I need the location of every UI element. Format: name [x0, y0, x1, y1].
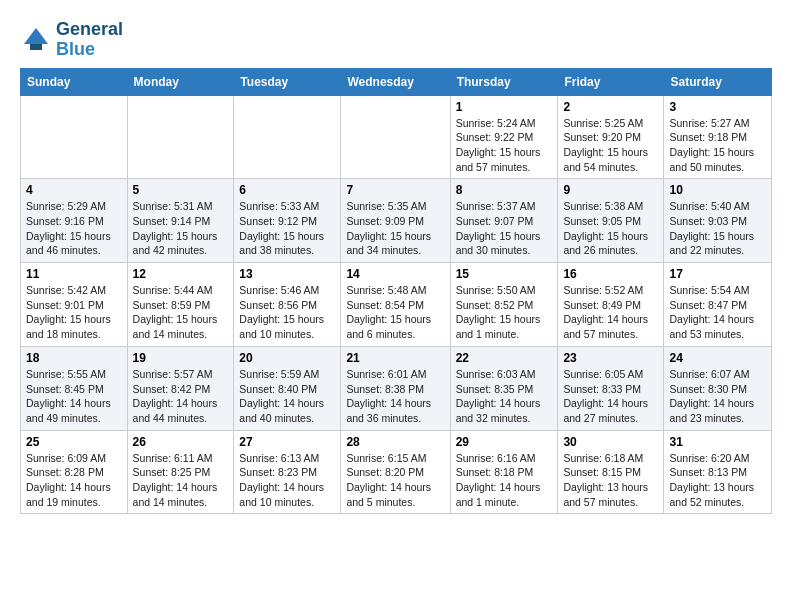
day-info: Sunrise: 6:07 AM Sunset: 8:30 PM Dayligh… — [669, 367, 766, 426]
logo-text: General Blue — [56, 20, 123, 60]
calendar-week-row: 18Sunrise: 5:55 AM Sunset: 8:45 PM Dayli… — [21, 346, 772, 430]
calendar-cell: 10Sunrise: 5:40 AM Sunset: 9:03 PM Dayli… — [664, 179, 772, 263]
day-number: 17 — [669, 267, 766, 281]
calendar-cell: 5Sunrise: 5:31 AM Sunset: 9:14 PM Daylig… — [127, 179, 234, 263]
calendar-cell: 2Sunrise: 5:25 AM Sunset: 9:20 PM Daylig… — [558, 95, 664, 179]
calendar-cell: 6Sunrise: 5:33 AM Sunset: 9:12 PM Daylig… — [234, 179, 341, 263]
day-number: 2 — [563, 100, 658, 114]
logo: General Blue — [20, 20, 123, 60]
calendar-cell: 14Sunrise: 5:48 AM Sunset: 8:54 PM Dayli… — [341, 263, 450, 347]
calendar-cell: 11Sunrise: 5:42 AM Sunset: 9:01 PM Dayli… — [21, 263, 128, 347]
day-number: 8 — [456, 183, 553, 197]
day-info: Sunrise: 5:25 AM Sunset: 9:20 PM Dayligh… — [563, 116, 658, 175]
weekday-header: Thursday — [450, 68, 558, 95]
calendar-cell: 8Sunrise: 5:37 AM Sunset: 9:07 PM Daylig… — [450, 179, 558, 263]
calendar-cell: 28Sunrise: 6:15 AM Sunset: 8:20 PM Dayli… — [341, 430, 450, 514]
day-number: 13 — [239, 267, 335, 281]
day-number: 11 — [26, 267, 122, 281]
calendar-table: SundayMondayTuesdayWednesdayThursdayFrid… — [20, 68, 772, 515]
day-info: Sunrise: 6:16 AM Sunset: 8:18 PM Dayligh… — [456, 451, 553, 510]
calendar-week-row: 4Sunrise: 5:29 AM Sunset: 9:16 PM Daylig… — [21, 179, 772, 263]
day-info: Sunrise: 6:09 AM Sunset: 8:28 PM Dayligh… — [26, 451, 122, 510]
day-info: Sunrise: 5:50 AM Sunset: 8:52 PM Dayligh… — [456, 283, 553, 342]
calendar-week-row: 11Sunrise: 5:42 AM Sunset: 9:01 PM Dayli… — [21, 263, 772, 347]
day-info: Sunrise: 6:20 AM Sunset: 8:13 PM Dayligh… — [669, 451, 766, 510]
day-number: 15 — [456, 267, 553, 281]
calendar-cell — [341, 95, 450, 179]
day-info: Sunrise: 5:42 AM Sunset: 9:01 PM Dayligh… — [26, 283, 122, 342]
day-info: Sunrise: 5:54 AM Sunset: 8:47 PM Dayligh… — [669, 283, 766, 342]
svg-marker-1 — [24, 28, 48, 44]
calendar-cell: 23Sunrise: 6:05 AM Sunset: 8:33 PM Dayli… — [558, 346, 664, 430]
calendar-cell: 9Sunrise: 5:38 AM Sunset: 9:05 PM Daylig… — [558, 179, 664, 263]
calendar-cell — [234, 95, 341, 179]
day-number: 19 — [133, 351, 229, 365]
calendar-cell: 17Sunrise: 5:54 AM Sunset: 8:47 PM Dayli… — [664, 263, 772, 347]
calendar-cell: 22Sunrise: 6:03 AM Sunset: 8:35 PM Dayli… — [450, 346, 558, 430]
calendar-cell: 15Sunrise: 5:50 AM Sunset: 8:52 PM Dayli… — [450, 263, 558, 347]
calendar-cell: 31Sunrise: 6:20 AM Sunset: 8:13 PM Dayli… — [664, 430, 772, 514]
day-info: Sunrise: 5:35 AM Sunset: 9:09 PM Dayligh… — [346, 199, 444, 258]
weekday-header: Sunday — [21, 68, 128, 95]
day-info: Sunrise: 6:13 AM Sunset: 8:23 PM Dayligh… — [239, 451, 335, 510]
svg-rect-2 — [30, 44, 42, 50]
day-info: Sunrise: 5:55 AM Sunset: 8:45 PM Dayligh… — [26, 367, 122, 426]
day-number: 29 — [456, 435, 553, 449]
weekday-header: Wednesday — [341, 68, 450, 95]
calendar-header-row: SundayMondayTuesdayWednesdayThursdayFrid… — [21, 68, 772, 95]
day-info: Sunrise: 5:31 AM Sunset: 9:14 PM Dayligh… — [133, 199, 229, 258]
day-number: 1 — [456, 100, 553, 114]
calendar-cell: 21Sunrise: 6:01 AM Sunset: 8:38 PM Dayli… — [341, 346, 450, 430]
calendar-cell: 30Sunrise: 6:18 AM Sunset: 8:15 PM Dayli… — [558, 430, 664, 514]
calendar-cell: 7Sunrise: 5:35 AM Sunset: 9:09 PM Daylig… — [341, 179, 450, 263]
day-info: Sunrise: 5:37 AM Sunset: 9:07 PM Dayligh… — [456, 199, 553, 258]
calendar-body: 1Sunrise: 5:24 AM Sunset: 9:22 PM Daylig… — [21, 95, 772, 514]
day-number: 3 — [669, 100, 766, 114]
calendar-cell: 13Sunrise: 5:46 AM Sunset: 8:56 PM Dayli… — [234, 263, 341, 347]
day-number: 5 — [133, 183, 229, 197]
calendar-cell: 19Sunrise: 5:57 AM Sunset: 8:42 PM Dayli… — [127, 346, 234, 430]
calendar-cell: 4Sunrise: 5:29 AM Sunset: 9:16 PM Daylig… — [21, 179, 128, 263]
calendar-cell: 25Sunrise: 6:09 AM Sunset: 8:28 PM Dayli… — [21, 430, 128, 514]
day-info: Sunrise: 6:11 AM Sunset: 8:25 PM Dayligh… — [133, 451, 229, 510]
calendar-cell: 20Sunrise: 5:59 AM Sunset: 8:40 PM Dayli… — [234, 346, 341, 430]
weekday-header: Friday — [558, 68, 664, 95]
day-number: 20 — [239, 351, 335, 365]
weekday-header: Tuesday — [234, 68, 341, 95]
day-number: 24 — [669, 351, 766, 365]
day-number: 31 — [669, 435, 766, 449]
calendar-cell: 24Sunrise: 6:07 AM Sunset: 8:30 PM Dayli… — [664, 346, 772, 430]
day-number: 6 — [239, 183, 335, 197]
day-info: Sunrise: 5:29 AM Sunset: 9:16 PM Dayligh… — [26, 199, 122, 258]
day-info: Sunrise: 6:01 AM Sunset: 8:38 PM Dayligh… — [346, 367, 444, 426]
day-info: Sunrise: 6:05 AM Sunset: 8:33 PM Dayligh… — [563, 367, 658, 426]
calendar-cell: 3Sunrise: 5:27 AM Sunset: 9:18 PM Daylig… — [664, 95, 772, 179]
day-number: 28 — [346, 435, 444, 449]
calendar-cell: 1Sunrise: 5:24 AM Sunset: 9:22 PM Daylig… — [450, 95, 558, 179]
day-number: 23 — [563, 351, 658, 365]
day-number: 25 — [26, 435, 122, 449]
weekday-header: Saturday — [664, 68, 772, 95]
calendar-cell: 18Sunrise: 5:55 AM Sunset: 8:45 PM Dayli… — [21, 346, 128, 430]
header: General Blue — [20, 16, 772, 60]
day-info: Sunrise: 6:18 AM Sunset: 8:15 PM Dayligh… — [563, 451, 658, 510]
calendar-week-row: 25Sunrise: 6:09 AM Sunset: 8:28 PM Dayli… — [21, 430, 772, 514]
calendar-cell: 16Sunrise: 5:52 AM Sunset: 8:49 PM Dayli… — [558, 263, 664, 347]
day-number: 30 — [563, 435, 658, 449]
day-info: Sunrise: 5:44 AM Sunset: 8:59 PM Dayligh… — [133, 283, 229, 342]
day-number: 16 — [563, 267, 658, 281]
calendar-cell: 27Sunrise: 6:13 AM Sunset: 8:23 PM Dayli… — [234, 430, 341, 514]
day-number: 27 — [239, 435, 335, 449]
day-number: 22 — [456, 351, 553, 365]
day-number: 7 — [346, 183, 444, 197]
day-info: Sunrise: 5:57 AM Sunset: 8:42 PM Dayligh… — [133, 367, 229, 426]
day-info: Sunrise: 5:27 AM Sunset: 9:18 PM Dayligh… — [669, 116, 766, 175]
day-info: Sunrise: 6:15 AM Sunset: 8:20 PM Dayligh… — [346, 451, 444, 510]
day-info: Sunrise: 6:03 AM Sunset: 8:35 PM Dayligh… — [456, 367, 553, 426]
calendar-cell — [21, 95, 128, 179]
day-info: Sunrise: 5:38 AM Sunset: 9:05 PM Dayligh… — [563, 199, 658, 258]
day-info: Sunrise: 5:46 AM Sunset: 8:56 PM Dayligh… — [239, 283, 335, 342]
day-info: Sunrise: 5:24 AM Sunset: 9:22 PM Dayligh… — [456, 116, 553, 175]
day-number: 9 — [563, 183, 658, 197]
calendar-cell: 29Sunrise: 6:16 AM Sunset: 8:18 PM Dayli… — [450, 430, 558, 514]
